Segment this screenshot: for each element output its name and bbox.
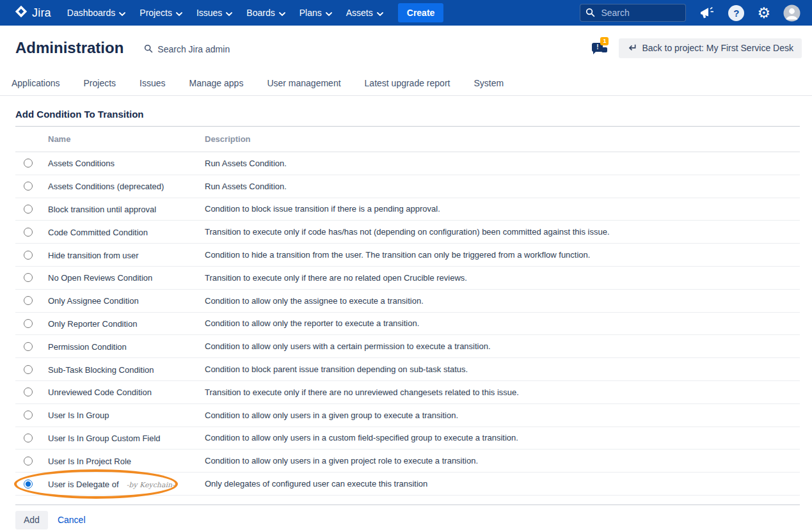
condition-radio-user-is-in-group[interactable]: [24, 411, 33, 419]
admin-tabs: ApplicationsProjectsIssuesManage appsUse…: [0, 70, 812, 96]
table-row-only-assignee-condition: Only Assignee ConditionCondition to allo…: [15, 290, 800, 313]
radio-cell: [15, 251, 48, 260]
nav-menu-projects[interactable]: Projects: [132, 0, 189, 26]
radio-cell: [15, 480, 48, 489]
tab-system[interactable]: System: [474, 78, 504, 88]
condition-name-cell: User Is In Project Role: [48, 455, 205, 467]
condition-name-cell: Unreviewed Code Condition: [48, 386, 205, 398]
condition-radio-no-open-reviews-condition[interactable]: [24, 273, 33, 282]
condition-name: User Is In Group: [48, 411, 109, 420]
top-navbar: Jira DashboardsProjectsIssuesBoardsPlans…: [0, 0, 812, 26]
condition-name: Assets Conditions: [48, 159, 115, 168]
tab-user-management[interactable]: User management: [267, 78, 340, 88]
condition-radio-user-is-in-project-role[interactable]: [24, 457, 33, 465]
nav-menu-dashboards[interactable]: Dashboards: [60, 0, 133, 26]
condition-name-cell: No Open Reviews Condition: [48, 272, 205, 283]
chevron-down-icon: [119, 8, 125, 18]
add-button[interactable]: Add: [15, 511, 48, 529]
nav-menu-boards[interactable]: Boards: [239, 0, 292, 26]
condition-radio-only-reporter-condition[interactable]: [24, 319, 33, 328]
condition-radio-assets-conditions[interactable]: [24, 159, 33, 168]
tab-latest-upgrade-report[interactable]: Latest upgrade report: [365, 78, 450, 88]
column-header-description: Description: [205, 134, 800, 144]
tab-manage-apps[interactable]: Manage apps: [189, 78, 244, 88]
table-row-user-is-in-project-role: User Is In Project RoleCondition to allo…: [15, 450, 800, 473]
radio-cell: [15, 434, 48, 442]
chevron-down-icon: [226, 8, 232, 18]
condition-radio-block-transition-until-approval[interactable]: [24, 205, 33, 214]
condition-name-cell: Hide transition from user: [48, 249, 205, 261]
condition-name: Hide transition from user: [48, 251, 139, 260]
tab-applications[interactable]: Applications: [12, 78, 60, 88]
condition-radio-hide-transition-from-user[interactable]: [24, 251, 33, 260]
condition-description: Condition to allow only users in a custo…: [205, 433, 800, 442]
avatar[interactable]: [783, 4, 800, 22]
condition-description: Transition to execute only if there are …: [205, 387, 800, 397]
page-title: Administration: [15, 39, 123, 57]
condition-description: Condition to allow only users with a cer…: [205, 341, 800, 351]
table-row-only-reporter-condition: Only Reporter ConditionCondition to allo…: [15, 313, 800, 336]
condition-radio-user-is-in-group-custom-field[interactable]: [24, 434, 33, 442]
condition-description: Condition to allow only the assignee to …: [205, 296, 800, 306]
condition-name: User Is In Group Custom Field: [48, 434, 161, 443]
chevron-down-icon: [176, 8, 182, 18]
jira-logo[interactable]: Jira: [0, 4, 60, 21]
conditions-table: Name Description Assets ConditionsRun As…: [15, 127, 800, 496]
tab-projects[interactable]: Projects: [84, 78, 116, 88]
condition-radio-code-committed-condition[interactable]: [24, 228, 33, 237]
chevron-down-icon: [377, 8, 383, 18]
condition-name-cell: Code Committed Condition: [48, 226, 205, 238]
cancel-link[interactable]: Cancel: [58, 515, 86, 525]
condition-radio-only-assignee-condition[interactable]: [24, 296, 33, 305]
admin-header: Administration Search Jira admin ! 1 Bac…: [0, 26, 812, 70]
table-row-user-is-in-group-custom-field: User Is In Group Custom FieldCondition t…: [15, 427, 800, 450]
radio-cell: [15, 387, 48, 396]
condition-radio-user-is-delegate-of[interactable]: [24, 480, 33, 489]
notification-badge: 1: [600, 37, 609, 45]
search-icon: [144, 44, 153, 55]
condition-radio-permission-condition[interactable]: [24, 342, 33, 351]
condition-radio-unreviewed-code-condition[interactable]: [24, 387, 33, 396]
table-row-assets-conditions: Assets ConditionsRun Assets Condition.: [15, 152, 800, 175]
create-button[interactable]: Create: [398, 3, 444, 22]
navbar-search-input[interactable]: [580, 4, 686, 22]
column-header-name: Name: [48, 134, 205, 144]
condition-name-cell: Assets Conditions (deprecated): [48, 180, 205, 192]
condition-radio-assets-conditions-deprecated[interactable]: [24, 182, 33, 191]
condition-name: User Is In Project Role: [48, 457, 131, 466]
condition-name: Sub-Task Blocking Condition: [48, 365, 154, 375]
radio-cell: [15, 319, 48, 328]
condition-name-cell: User Is In Group: [48, 409, 205, 421]
condition-description: Condition to block issue transition if t…: [205, 204, 800, 214]
admin-search[interactable]: Search Jira admin: [144, 44, 230, 55]
chevron-down-icon: [279, 8, 285, 18]
nav-menu-plans[interactable]: Plans: [292, 0, 339, 26]
table-row-assets-conditions-deprecated: Assets Conditions (deprecated)Run Assets…: [15, 175, 800, 198]
admin-header-right: ! 1 Back to project: My First Service De…: [592, 38, 802, 58]
condition-description: Condition to block parent issue transiti…: [205, 364, 800, 374]
table-row-user-is-delegate-of: User is Delegate of-by Keychain-Only del…: [15, 473, 800, 496]
back-to-project-button[interactable]: Back to project: My First Service Desk: [619, 38, 802, 58]
table-row-no-open-reviews-condition: No Open Reviews ConditionTransition to e…: [15, 267, 800, 290]
jira-logo-icon: [14, 4, 28, 21]
radio-cell: [15, 182, 48, 191]
condition-name: Unreviewed Code Condition: [48, 387, 152, 397]
table-row-user-is-in-group: User Is In GroupCondition to allow only …: [15, 404, 800, 427]
radio-cell: [15, 205, 48, 214]
notifications-icon[interactable]: ! 1: [592, 38, 611, 58]
gear-icon[interactable]: ⚙: [757, 6, 770, 20]
help-icon[interactable]: ?: [728, 5, 744, 21]
radio-cell: [15, 342, 48, 351]
table-row-permission-condition: Permission ConditionCondition to allow o…: [15, 335, 800, 358]
tab-issues[interactable]: Issues: [139, 78, 165, 88]
condition-radio-sub-task-blocking-condition[interactable]: [24, 365, 33, 374]
footer-divider: [15, 505, 800, 505]
condition-name-cell: Assets Conditions: [48, 157, 205, 169]
condition-description: Only delegates of configured user can ex…: [205, 479, 800, 489]
condition-name: Block transition until approval: [48, 205, 156, 214]
condition-name-cell: Only Reporter Condition: [48, 318, 205, 329]
nav-menu-assets[interactable]: Assets: [339, 0, 390, 26]
megaphone-icon[interactable]: [699, 5, 715, 20]
nav-menu-issues[interactable]: Issues: [189, 0, 239, 26]
radio-cell: [15, 228, 48, 237]
